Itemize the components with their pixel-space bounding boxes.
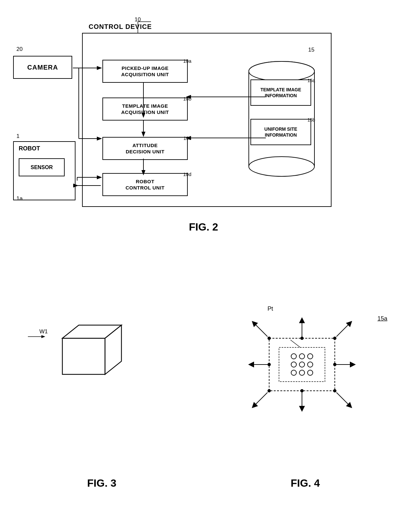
svg-line-52 (290, 340, 300, 347)
cube-diagram (46, 312, 131, 384)
ref-10-label: 10 (135, 16, 141, 23)
svg-point-29 (308, 354, 313, 359)
svg-point-33 (291, 370, 296, 375)
fig2-diagram: 10 CONTROL DEVICE PICKED-UP IMAGEACQUISI… (13, 13, 394, 236)
fig2-caption: FIG. 2 (13, 221, 394, 233)
ref-10d: 10d (183, 171, 191, 177)
ref-15a-label: 15a (308, 78, 315, 83)
pattern-diagram (236, 299, 368, 430)
svg-point-27 (291, 354, 296, 359)
ref-15b-label: 15b (308, 117, 315, 122)
template-image-unit-box: TEMPLATE IMAGEACQUISITION UNIT (102, 98, 188, 121)
svg-line-48 (253, 322, 268, 337)
control-device-label: CONTROL DEVICE (89, 23, 152, 31)
ref-10c: 10c (183, 135, 191, 141)
w1-arrow (26, 332, 59, 342)
svg-point-30 (291, 362, 296, 367)
svg-point-34 (299, 370, 305, 375)
robot-outer-box: ROBOT SENSOR (13, 141, 75, 200)
svg-point-37 (300, 337, 304, 340)
camera-box: CAMERA (13, 56, 72, 79)
svg-rect-26 (279, 347, 325, 382)
svg-point-28 (299, 354, 305, 359)
ref-20: 20 (16, 46, 23, 53)
uniform-site-box: UNIFORM SITEINFORMATION (250, 119, 311, 145)
svg-line-50 (253, 392, 268, 407)
sensor-box: SENSOR (19, 158, 65, 176)
fig3-caption: FIG. 3 (13, 477, 190, 489)
template-info-box: TEMPLATE IMAGEINFORMATION (250, 79, 311, 106)
ref-15a-fig4: 15a (377, 315, 387, 322)
svg-marker-21 (62, 338, 105, 374)
fig3-area: W1 FIG. 3 (13, 273, 190, 496)
control-device-box: PICKED-UP IMAGEACQUISITION UNIT TEMPLATE… (82, 33, 332, 207)
database-container: 15 TEMPLATE IMAGEINFORMATION 15a UNIFORM… (246, 53, 318, 181)
ref-10b: 10b (183, 96, 191, 101)
svg-point-35 (308, 370, 313, 375)
svg-point-38 (333, 337, 336, 340)
picked-up-unit-box: PICKED-UP IMAGEACQUISITION UNIT (102, 60, 188, 83)
svg-line-49 (336, 322, 351, 337)
svg-line-51 (336, 392, 351, 407)
svg-point-39 (268, 363, 271, 366)
svg-point-5 (249, 61, 314, 81)
fig4-caption: FIG. 4 (217, 477, 394, 489)
attitude-decision-unit-box: ATTITUDEDECISION UNIT (102, 137, 188, 160)
svg-point-43 (333, 389, 336, 392)
svg-point-31 (299, 362, 305, 367)
fig4-area: Pt 15a (217, 273, 394, 496)
svg-point-4 (249, 157, 314, 176)
robot-label: ROBOT (19, 145, 40, 152)
robot-control-unit-box: ROBOTCONTROL UNIT (102, 173, 188, 196)
ref-15: 15 (308, 47, 314, 53)
svg-point-41 (268, 389, 271, 392)
svg-point-36 (268, 337, 271, 340)
ref-1: 1 (16, 133, 19, 140)
svg-point-32 (308, 362, 313, 367)
svg-point-40 (333, 363, 336, 366)
ref-10a: 10a (183, 58, 191, 64)
svg-point-42 (300, 389, 304, 392)
ref-1a: 1a (16, 195, 23, 202)
